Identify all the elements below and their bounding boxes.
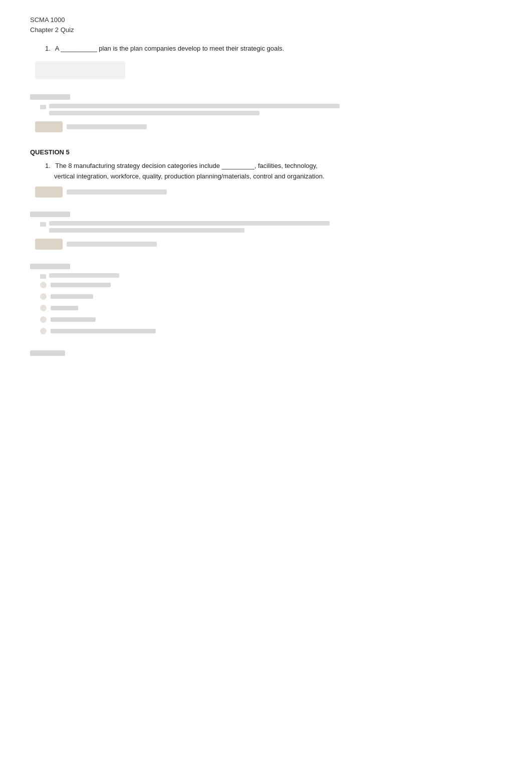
- question-5-text: 1. The 8 manufacturing strategy decision…: [45, 161, 502, 182]
- blurred-answer-tag-q5: [35, 186, 63, 198]
- question-5-section: QUESTION 5 1. The 8 manufacturing strate…: [30, 148, 502, 198]
- radio-option-text-4: [51, 317, 96, 322]
- blurred-answer-text-1: [67, 124, 147, 129]
- blurred-question-row-1: [40, 104, 502, 115]
- radio-circle-4: [40, 316, 47, 323]
- blurred-section-header-2: [30, 212, 70, 217]
- radio-circle-2: [40, 293, 47, 300]
- radio-option-2[interactable]: [40, 293, 502, 300]
- radio-option-text-1: [51, 283, 111, 287]
- blurred-line-3: [49, 221, 330, 226]
- blurred-num-2: [40, 222, 46, 227]
- blurred-answer-area-1: [35, 121, 502, 132]
- question-1-text: 1. A __________ plan is the plan compani…: [45, 44, 502, 54]
- blurred-num-1: [40, 105, 46, 109]
- blurred-answer-text-2: [67, 242, 157, 247]
- blurred-section-bottom: [30, 350, 502, 356]
- blurred-section-header-4: [30, 350, 65, 356]
- radio-option-3[interactable]: [40, 305, 502, 311]
- blurred-line-4: [49, 228, 244, 233]
- radio-options-list: [40, 282, 502, 334]
- radio-circle-1: [40, 282, 47, 288]
- radio-option-5[interactable]: [40, 328, 502, 334]
- radio-option-text-3: [51, 306, 78, 310]
- radio-option-text-5: [51, 329, 156, 333]
- radio-option-1[interactable]: [40, 282, 502, 288]
- blurred-answer-text-q5: [67, 189, 167, 194]
- blurred-line-1: [49, 104, 340, 108]
- question-5-number: 1.: [45, 161, 51, 171]
- question-5-block: 1. The 8 manufacturing strategy decision…: [30, 161, 502, 198]
- blurred-section-middle: [30, 212, 502, 250]
- blurred-line-2: [49, 111, 259, 115]
- question-1-answer-box[interactable]: [35, 61, 125, 79]
- blurred-question-row-3: [40, 273, 502, 279]
- blurred-answer-area-2: [35, 239, 502, 250]
- header: SCMA 1000 Chapter 2 Quiz: [30, 15, 502, 35]
- blurred-section-header-3: [30, 264, 70, 269]
- chapter-quiz-title: Chapter 2 Quiz: [30, 25, 502, 35]
- blurred-answer-tag-1: [35, 121, 63, 132]
- blurred-line-5: [49, 273, 119, 278]
- question-5-body-line1: The 8 manufacturing strategy decision ca…: [55, 162, 318, 169]
- question-1-body: A __________ plan is the plan companies …: [55, 45, 284, 52]
- blurred-radio-section: [30, 264, 502, 334]
- blurred-section-top: [30, 94, 502, 132]
- question-1-number: 1.: [45, 44, 51, 54]
- radio-circle-3: [40, 305, 47, 311]
- radio-option-text-2: [51, 294, 93, 299]
- blurred-question-row-2: [40, 221, 502, 233]
- radio-option-4[interactable]: [40, 316, 502, 323]
- course-title: SCMA 1000: [30, 15, 502, 25]
- blurred-section-header-1: [30, 94, 70, 100]
- blurred-answer-tag-2: [35, 239, 63, 250]
- question-5-answer-area: [35, 186, 502, 198]
- question-1-block: 1. A __________ plan is the plan compani…: [30, 44, 502, 79]
- question-5-body-line2: vertical integration, workforce, quality…: [54, 172, 325, 180]
- blurred-num-3: [40, 274, 46, 279]
- question-5-label: QUESTION 5: [30, 148, 502, 156]
- radio-circle-5: [40, 328, 47, 334]
